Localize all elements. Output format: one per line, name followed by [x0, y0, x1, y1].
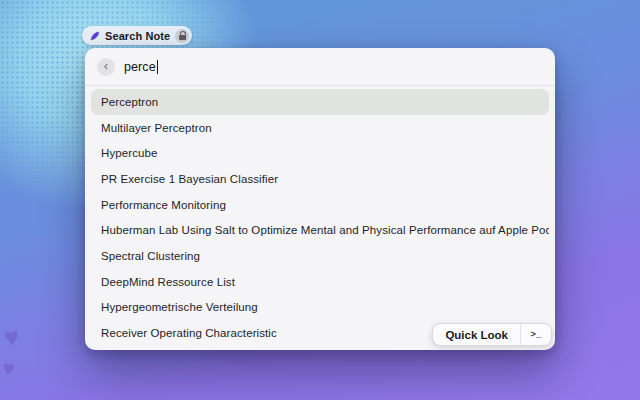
result-item[interactable]: Hypergeometrische Verteilung	[91, 295, 549, 321]
search-bar: ‹ perce	[85, 48, 555, 86]
heart-decoration: ♥	[1, 355, 17, 382]
chevron-left-icon: ‹	[104, 59, 108, 72]
text-caret	[157, 60, 158, 74]
result-item[interactable]: Huberman Lab Using Salt to Optimize Ment…	[91, 217, 549, 243]
quill-icon	[90, 31, 100, 41]
result-item-clipped[interactable]: Linear Regression on Handwash numbers	[91, 346, 549, 350]
result-item[interactable]: Performance Monitoring	[91, 192, 549, 218]
result-item[interactable]: Multilayer Perceptron	[91, 115, 549, 141]
lock-icon	[179, 31, 186, 40]
quick-look-label: Quick Look	[445, 329, 508, 341]
back-button[interactable]: ‹	[97, 58, 115, 76]
result-item[interactable]: DeepMind Ressource List	[91, 269, 549, 295]
result-item[interactable]: Perceptron	[91, 89, 549, 115]
heart-decoration: ♥	[2, 321, 22, 354]
launcher-pill-search-note[interactable]: Search Note	[82, 26, 192, 45]
results-list: Perceptron Multilayer Perceptron Hypercu…	[85, 86, 555, 350]
lock-badge	[175, 29, 189, 43]
launcher-pill-label: Search Note	[105, 30, 170, 42]
terminal-button[interactable]: >_	[521, 324, 551, 345]
action-button-group: Quick Look >_	[432, 323, 552, 346]
quick-look-button[interactable]: Quick Look	[433, 324, 520, 345]
result-item[interactable]: PR Exercise 1 Bayesian Classifier	[91, 166, 549, 192]
search-input[interactable]: perce	[124, 60, 156, 74]
result-item[interactable]: Hypercube	[91, 140, 549, 166]
terminal-prompt-icon: >_	[531, 330, 542, 340]
result-item[interactable]: Spectral Clustering	[91, 243, 549, 269]
search-note-panel: ‹ perce Perceptron Multilayer Perceptron…	[85, 48, 555, 350]
